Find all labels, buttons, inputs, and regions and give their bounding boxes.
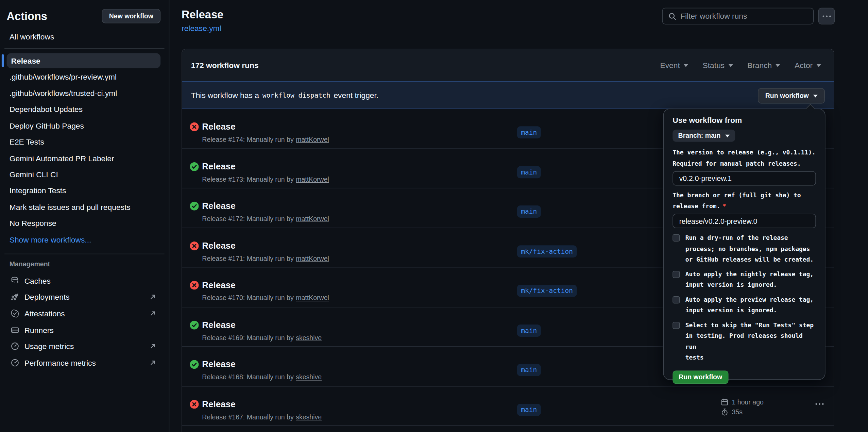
checkbox-label: Run a dry-run of the release process; no… xyxy=(685,233,814,265)
x-circle-icon xyxy=(190,281,199,289)
kebab-icon xyxy=(815,403,823,405)
filter-runs-search[interactable] xyxy=(662,8,814,24)
new-workflow-button[interactable]: New workflow xyxy=(102,9,161,23)
run-options-button[interactable] xyxy=(813,401,826,407)
status-icon xyxy=(190,360,199,369)
meter-icon xyxy=(11,342,19,351)
branch-badge[interactable]: main xyxy=(517,205,541,218)
filter-actor-dropdown[interactable]: Actor xyxy=(795,61,821,70)
external-link-icon xyxy=(149,343,157,350)
sidebar-item-workflow[interactable]: Integration Tests xyxy=(0,183,169,199)
run-duration: 35s xyxy=(732,408,743,416)
checkbox-label: Auto apply the preview release tag, inpu… xyxy=(685,294,814,316)
banner-text: This workflow has a xyxy=(191,91,259,100)
branch-badge[interactable]: main xyxy=(517,324,541,336)
sidebar-item-performance-metrics[interactable]: Performance metrics xyxy=(0,354,169,371)
chevron-down-icon xyxy=(817,64,821,67)
x-circle-icon xyxy=(190,241,199,250)
event-trigger-code: workflow_dispatch xyxy=(262,92,330,99)
actor-link[interactable]: skeshive xyxy=(296,413,322,421)
x-circle-icon xyxy=(190,400,199,409)
run-title-link[interactable]: Release xyxy=(202,121,236,133)
sidebar-item-workflow[interactable]: Gemini Automated PR Labeler xyxy=(0,150,169,166)
filter-event-dropdown[interactable]: Event xyxy=(660,61,688,70)
run-title-link[interactable]: Release xyxy=(202,200,236,212)
sidebar-item-label: Attestations xyxy=(24,309,144,318)
sidebar-item-workflow[interactable]: No Response xyxy=(0,215,169,232)
run-meta: 1 hour ago 35s xyxy=(721,397,764,417)
actor-link[interactable]: skeshive xyxy=(296,373,322,381)
sidebar-divider xyxy=(4,254,165,254)
status-icon xyxy=(190,162,199,171)
sidebar-item-workflow[interactable]: Gemini CLI CI xyxy=(0,166,169,183)
actor-link[interactable]: mattKorwel xyxy=(296,254,329,262)
actor-link[interactable]: mattKorwel xyxy=(296,294,329,302)
branch-badge[interactable]: main xyxy=(517,364,541,376)
workflow-options-button[interactable] xyxy=(818,8,835,24)
workflow-file-link[interactable]: release.yml xyxy=(182,24,221,33)
sidebar-item-label: Performance metrics xyxy=(24,358,144,367)
sidebar-item-workflow[interactable]: E2E Tests xyxy=(0,134,169,150)
run-time: 1 hour ago xyxy=(732,398,763,406)
sidebar-item-workflow[interactable]: Mark stale issues and pull requests xyxy=(0,199,169,215)
filter-status-dropdown[interactable]: Status xyxy=(703,61,733,70)
actor-link[interactable]: mattKorwel xyxy=(296,175,329,183)
status-icon xyxy=(190,241,199,250)
field-description: The branch or ref (full git sha) to rele… xyxy=(673,190,816,211)
checkbox-icon xyxy=(673,270,680,278)
sidebar-item-usage-metrics[interactable]: Usage metrics xyxy=(0,338,169,354)
dry-run-checkbox[interactable]: Run a dry-run of the release process; no… xyxy=(673,233,816,265)
branch-badge[interactable]: main xyxy=(517,126,541,138)
actor-link[interactable]: mattKorwel xyxy=(296,215,329,223)
run-workflow-dialog: Use workflow from Branch: main The versi… xyxy=(663,109,826,380)
workflow-dispatch-banner: This workflow has a workflow_dispatch ev… xyxy=(182,81,834,109)
sidebar-divider xyxy=(4,48,165,49)
run-title-link[interactable]: Release xyxy=(202,359,236,370)
filter-branch-dropdown[interactable]: Branch xyxy=(747,61,780,70)
github-actions-page: Actions New workflow All workflows Relea… xyxy=(0,0,868,432)
sidebar-item-release-selected[interactable]: Release xyxy=(7,53,161,68)
run-workflow-submit-button[interactable]: Run workflow xyxy=(673,370,728,383)
preview-tag-checkbox[interactable]: Auto apply the preview release tag, inpu… xyxy=(673,294,816,316)
actor-link[interactable]: mattKorwel xyxy=(296,136,329,144)
branch-badge[interactable]: mk/fix-action xyxy=(517,245,577,257)
version-input[interactable] xyxy=(673,171,816,185)
actor-link[interactable]: skeshive xyxy=(296,334,322,342)
check-circle-icon xyxy=(190,360,199,369)
sidebar-item-all-workflows[interactable]: All workflows xyxy=(0,31,169,43)
sidebar-item-workflow[interactable]: Deploy GitHub Pages xyxy=(0,117,169,134)
branch-ref-input[interactable] xyxy=(673,214,816,228)
checkbox-icon xyxy=(673,234,680,242)
nightly-tag-checkbox[interactable]: Auto apply the nightly release tag, inpu… xyxy=(673,269,816,290)
checkbox-icon xyxy=(673,296,680,303)
sidebar-item-deployments[interactable]: Deployments xyxy=(0,289,169,305)
next-run-row-partial xyxy=(182,426,834,432)
rocket-icon xyxy=(11,293,19,301)
sidebar-item-workflow[interactable]: .github/workflows/pr-review.yml xyxy=(0,69,169,85)
skip-tests-checkbox[interactable]: Select to skip the "Run Tests" step in t… xyxy=(673,320,816,363)
branch-selector-dropdown[interactable]: Branch: main xyxy=(673,130,735,142)
sidebar-item-workflow[interactable]: .github/workflows/trusted-ci.yml xyxy=(0,85,169,101)
run-title-link[interactable]: Release xyxy=(202,319,236,331)
kebab-icon xyxy=(822,15,831,17)
sidebar-item-attestations[interactable]: Attestations xyxy=(0,305,169,321)
branch-badge[interactable]: main xyxy=(517,166,541,178)
search-input[interactable] xyxy=(680,12,807,20)
sidebar-item-runners[interactable]: Runners xyxy=(0,322,169,338)
check-circle-icon xyxy=(190,320,199,329)
show-more-workflows-link[interactable]: Show more workflows... xyxy=(0,231,169,248)
run-title-link[interactable]: Release xyxy=(202,280,236,291)
run-title-link[interactable]: Release xyxy=(202,161,236,172)
branch-badge[interactable]: main xyxy=(517,403,541,416)
sidebar-item-caches[interactable]: Caches xyxy=(0,272,169,289)
runs-list-header: 172 workflow runs Event Status Branch Ac… xyxy=(182,49,834,81)
management-section-label: Management xyxy=(10,260,50,268)
run-title-link[interactable]: Release xyxy=(202,240,236,251)
sidebar-title: Actions xyxy=(7,10,47,22)
run-workflow-dropdown-button[interactable]: Run workflow xyxy=(758,88,825,104)
sidebar-item-workflow[interactable]: Dependabot Updates xyxy=(0,101,169,118)
run-title-link[interactable]: Release xyxy=(202,398,236,410)
checkbox-icon xyxy=(673,321,680,329)
workflow-run-row: Release Release #167: Manually run byske… xyxy=(182,386,834,426)
branch-badge[interactable]: mk/fix-action xyxy=(517,285,577,297)
